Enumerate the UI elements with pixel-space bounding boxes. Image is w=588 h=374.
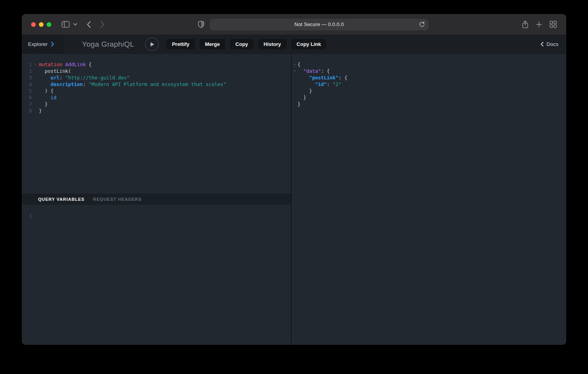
address-text: Not Secure — 0.0.0.0 xyxy=(294,21,344,27)
fold-gutter xyxy=(32,101,39,107)
play-icon xyxy=(149,42,155,47)
code-line: 1▾mutation AddLink { xyxy=(22,61,291,68)
fold-gutter xyxy=(292,94,298,101)
code-text: description: "Modern API Platform and ec… xyxy=(39,81,226,88)
new-tab-button[interactable] xyxy=(536,21,542,28)
graphiql-topbar: Explorer Yoga GraphiQL Prettify Merge Co… xyxy=(22,35,566,54)
code-line: 4 description: "Modern API Platform and … xyxy=(22,81,291,88)
execute-button[interactable] xyxy=(145,37,159,51)
code-line: 7 } xyxy=(22,101,291,107)
docs-label: Docs xyxy=(546,41,558,47)
copy-button[interactable]: Copy xyxy=(230,39,254,49)
code-text: { xyxy=(298,61,301,68)
toolbar-buttons: Prettify Merge Copy History Copy Link xyxy=(166,39,326,49)
tab-query-variables[interactable]: QUERY VARIABLES xyxy=(38,197,84,202)
traffic-light-minimize[interactable] xyxy=(39,22,44,27)
back-button[interactable] xyxy=(87,21,91,28)
code-line: 8} xyxy=(22,107,291,114)
fold-gutter xyxy=(32,107,39,114)
fold-gutter xyxy=(292,81,298,88)
fold-gutter xyxy=(32,94,39,101)
main-area: 1▾mutation AddLink {2 postLink(3 url: "h… xyxy=(22,54,566,345)
sidebar-toggle-button[interactable] xyxy=(61,21,70,28)
line-number: 7 xyxy=(22,101,32,107)
code-text: "data": { xyxy=(298,68,330,74)
docs-button[interactable]: Docs xyxy=(541,41,558,47)
fold-gutter xyxy=(32,68,39,74)
code-line: 5 ) { xyxy=(22,88,291,94)
copy-link-button[interactable]: Copy Link xyxy=(291,39,327,49)
explorer-toggle[interactable]: Explorer xyxy=(22,35,63,53)
code-line: } xyxy=(292,101,566,107)
code-text: ) { xyxy=(39,88,54,94)
chevron-right-icon xyxy=(51,42,54,47)
result-viewer[interactable]: ▾{▾ "data": { "postLink": { "id": "2" } … xyxy=(292,54,566,345)
traffic-lights xyxy=(31,22,51,27)
fold-gutter xyxy=(292,74,298,81)
browser-window: Not Secure — 0.0.0.0 xyxy=(22,14,566,345)
fold-gutter xyxy=(292,101,298,107)
explorer-label: Explorer xyxy=(28,41,47,47)
browser-titlebar: Not Secure — 0.0.0.0 xyxy=(22,14,566,35)
address-bar[interactable]: Not Secure — 0.0.0.0 xyxy=(210,19,429,30)
variables-editor[interactable]: 1 xyxy=(22,205,291,345)
line-number: 1 xyxy=(22,61,32,68)
code-text: } xyxy=(298,94,306,101)
prettify-button[interactable]: Prettify xyxy=(166,39,195,49)
line-number: 8 xyxy=(22,107,32,114)
code-line: ▾ "data": { xyxy=(292,68,566,74)
code-text: "id": "2" xyxy=(298,81,341,88)
forward-button[interactable] xyxy=(100,21,105,28)
code-line: 3 url: "http://the-guild.dev" xyxy=(22,74,291,81)
privacy-shield-icon[interactable] xyxy=(198,21,204,28)
left-pane: 1▾mutation AddLink {2 postLink(3 url: "h… xyxy=(22,54,291,345)
fold-arrow-icon[interactable]: ▾ xyxy=(292,68,298,74)
code-text: url: "http://the-guild.dev" xyxy=(39,74,130,81)
fold-gutter xyxy=(32,88,39,94)
code-line: 2 postLink( xyxy=(22,68,291,74)
code-line: "postLink": { xyxy=(292,74,566,81)
code-text: id xyxy=(39,94,56,101)
query-editor[interactable]: 1▾mutation AddLink {2 postLink(3 url: "h… xyxy=(22,54,291,194)
traffic-light-close[interactable] xyxy=(31,22,36,27)
chevron-left-icon xyxy=(541,42,544,47)
fold-arrow-icon[interactable]: ▾ xyxy=(32,61,39,68)
code-text: } xyxy=(39,107,42,114)
traffic-light-zoom[interactable] xyxy=(47,22,51,27)
variables-tabbar: QUERY VARIABLES REQUEST HEADERS xyxy=(22,194,291,205)
code-line: 1 xyxy=(22,212,291,219)
merge-button[interactable]: Merge xyxy=(200,39,225,49)
app-logo: Yoga GraphiQL xyxy=(82,40,134,49)
code-line: } xyxy=(292,88,566,94)
fold-arrow-icon[interactable]: ▾ xyxy=(292,61,298,68)
reload-button[interactable] xyxy=(418,21,425,28)
code-text: } xyxy=(298,88,312,94)
line-number: 6 xyxy=(22,94,32,101)
line-number: 1 xyxy=(22,212,32,219)
code-line: "id": "2" xyxy=(292,81,566,88)
code-text: } xyxy=(298,101,301,107)
code-text: "postLink": { xyxy=(298,74,347,81)
line-number: 4 xyxy=(22,81,32,88)
tab-overview-button[interactable] xyxy=(550,21,557,28)
code-line: ▾{ xyxy=(292,61,566,68)
line-number: 5 xyxy=(22,88,32,94)
code-text: postLink( xyxy=(39,68,71,74)
fold-gutter xyxy=(32,81,39,88)
chevron-down-icon[interactable] xyxy=(73,23,77,26)
code-line: } xyxy=(292,94,566,101)
code-text: mutation AddLink { xyxy=(39,61,92,68)
tab-request-headers[interactable]: REQUEST HEADERS xyxy=(93,197,142,202)
fold-gutter xyxy=(32,74,39,81)
fold-gutter xyxy=(292,88,298,94)
line-number: 2 xyxy=(22,68,32,74)
share-button[interactable] xyxy=(522,20,528,28)
line-number: 3 xyxy=(22,74,32,81)
code-line: 6 id xyxy=(22,94,291,101)
code-text: } xyxy=(39,101,48,107)
history-button[interactable]: History xyxy=(258,39,287,49)
